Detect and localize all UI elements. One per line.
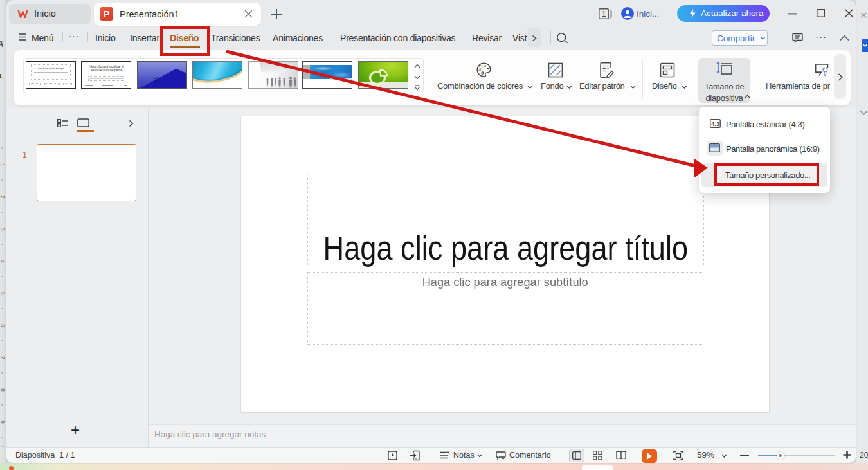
svg-text:6: 6 [0, 324, 6, 327]
svg-text:4: 4 [0, 260, 6, 263]
svg-text:9: 9 [0, 420, 6, 424]
svg-text:1: 1 [0, 163, 6, 167]
svg-text:A: A [0, 39, 3, 49]
svg-text:L: L [0, 73, 3, 80]
svg-text:1: 1 [602, 10, 606, 19]
svg-text:I: I [0, 446, 6, 447]
svg-text:3: 3 [0, 228, 6, 231]
svg-text:8: 8 [0, 388, 6, 392]
svg-text:7: 7 [0, 356, 6, 359]
svg-text:5: 5 [0, 292, 6, 295]
svg-text:2: 2 [0, 195, 6, 199]
svg-text:4:3: 4:3 [711, 121, 719, 127]
